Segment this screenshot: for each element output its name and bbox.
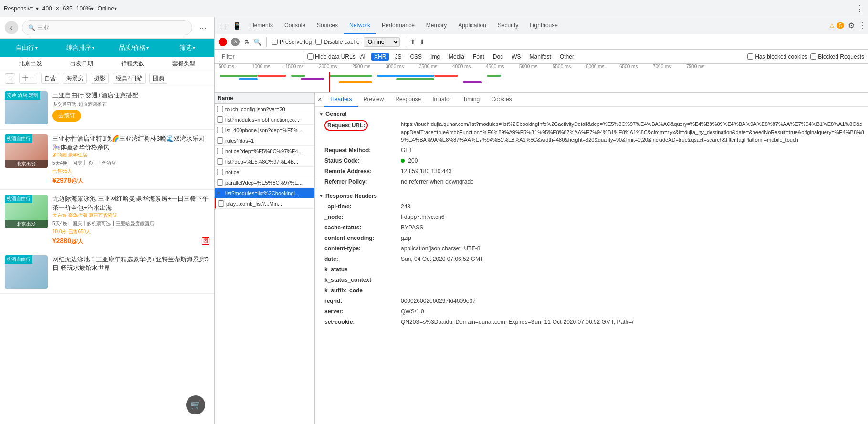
req-close-8[interactable]: × — [217, 190, 223, 196]
device-selector[interactable]: Responsive ▾ — [4, 5, 39, 12]
search-icon[interactable]: 🔍 — [253, 38, 261, 46]
devtools-more-icon[interactable]: ⋮ — [858, 21, 866, 30]
type-btn-ws[interactable]: WS — [509, 53, 523, 61]
has-blocked-cookies-checkbox[interactable]: Has blocked cookies — [747, 53, 807, 60]
export-icon[interactable]: ⬇ — [419, 38, 425, 46]
clear-button[interactable]: ⊘ — [231, 38, 240, 46]
tag-ziy[interactable]: 自营 — [41, 73, 59, 84]
tag-jingdian[interactable]: 经典2日游 — [113, 73, 146, 84]
network-throttle-select[interactable]: Online Fast 3G Slow 3G Offline — [364, 37, 400, 47]
req-row-7[interactable]: parallel?dep=%E5%8C%97%E... — [215, 177, 314, 188]
type-btn-font[interactable]: Font — [470, 53, 487, 61]
type-btn-css[interactable]: CSS — [407, 53, 425, 61]
req-checkbox-6[interactable] — [217, 169, 223, 175]
req-row-4[interactable]: notice?dep=%E5%8C%97%E4... — [215, 146, 314, 156]
req-row-3[interactable]: rules?das=1 — [215, 135, 314, 146]
tab-memory[interactable]: Memory — [420, 17, 452, 34]
req-row-5[interactable]: list?dep=%E5%8C%97%E4B... — [215, 156, 314, 167]
detail-tab-initiator[interactable]: Initiator — [427, 93, 457, 107]
more-menu-button[interactable]: ··· — [196, 21, 209, 34]
import-icon[interactable]: ⬆ — [410, 38, 416, 46]
blocked-requests-checkbox[interactable]: Blocked Requests — [810, 53, 864, 60]
tab-lighthouse[interactable]: Lighthouse — [524, 17, 564, 34]
detail-tab-cookies[interactable]: Cookies — [485, 93, 517, 107]
book-button-0[interactable]: 去预订 — [52, 110, 81, 122]
req-row-8[interactable]: × list?modules=list%2Cbookingl... — [215, 188, 314, 198]
req-row-0[interactable]: touch_config.json?ver=20 — [215, 104, 314, 114]
tab-performance[interactable]: Performance — [376, 17, 420, 34]
tab-security[interactable]: Security — [492, 17, 524, 34]
detail-tab-headers[interactable]: Headers — [324, 93, 357, 107]
detail-close-button[interactable]: × — [315, 95, 324, 103]
tab-elements[interactable]: Elements — [243, 17, 279, 34]
general-section-header[interactable]: ▼ General — [319, 109, 864, 119]
blocked-requests-input[interactable] — [810, 53, 816, 60]
hide-data-urls-input[interactable] — [307, 53, 314, 60]
search-bar[interactable]: 🔍 三亚 — [22, 20, 192, 35]
more-icon[interactable]: ⋮ — [856, 3, 864, 14]
nav-ziyouxing[interactable]: 自由行 ▾ — [0, 41, 53, 55]
type-btn-doc[interactable]: Doc — [490, 53, 506, 61]
preserve-log-input[interactable] — [272, 39, 278, 45]
req-checkbox-4[interactable] — [217, 148, 223, 154]
preserve-log-checkbox[interactable]: Preserve log — [272, 39, 312, 45]
req-checkbox-7[interactable] — [217, 179, 223, 186]
product-item-1[interactable]: 机酒自由行 北京出发 三亚标性酒店亚特1晚🌈三亚湾红树林3晚🌊双湾水乐园🎠体验奢… — [0, 130, 214, 190]
detail-tab-response[interactable]: Response — [389, 93, 427, 107]
record-button[interactable] — [219, 38, 227, 46]
network-display[interactable]: Online▾ — [97, 5, 117, 12]
tab-sources[interactable]: Sources — [311, 17, 344, 34]
product-item-3[interactable]: 机酒自由行 网红无边泳池！三亚康年精选豪华🏖+亚特兰蒂斯海景房5日 畅玩水族馆水… — [0, 250, 214, 294]
devtools-inspect-icon[interactable]: ⬚ — [217, 19, 230, 32]
zoom-display[interactable]: 100%▾ — [76, 5, 94, 12]
req-row-2[interactable]: lst_400phone.json?dep=%E5%... — [215, 125, 314, 135]
tag-sheying[interactable]: 摄影 — [91, 73, 109, 84]
detail-tab-preview[interactable]: Preview — [358, 93, 390, 107]
has-blocked-cookies-input[interactable] — [747, 53, 753, 60]
type-btn-media[interactable]: Media — [446, 53, 467, 61]
req-checkbox-9[interactable] — [218, 200, 224, 207]
nav-filter[interactable]: 筛选 ▾ — [161, 41, 214, 55]
devtools-device-icon[interactable]: 📱 — [230, 19, 243, 32]
tag-shiyiR[interactable]: 十一 — [19, 73, 37, 84]
type-btn-xhr[interactable]: XHR — [371, 53, 389, 61]
filter-input[interactable] — [219, 52, 304, 62]
filter-date[interactable]: 出发日期 — [56, 60, 107, 68]
filter-beijing[interactable]: 北京出发 — [5, 60, 56, 68]
tab-application[interactable]: Application — [452, 17, 492, 34]
detail-tab-timing[interactable]: Timing — [457, 93, 486, 107]
req-row-6[interactable]: notice — [215, 167, 314, 177]
type-btn-other[interactable]: Other — [557, 53, 577, 61]
disable-cache-checkbox[interactable]: Disable cache — [315, 39, 359, 45]
all-filter-btn[interactable]: All — [358, 53, 368, 61]
type-btn-img[interactable]: Img — [428, 53, 443, 61]
nav-paixu[interactable]: 综合排序 ▾ — [53, 41, 107, 55]
filter-icon[interactable]: ⚗ — [243, 38, 250, 46]
req-row-9[interactable]: play...comb_list?...Min... — [215, 198, 314, 209]
filter-package[interactable]: 套餐类型 — [158, 60, 209, 68]
tab-network[interactable]: Network — [344, 17, 376, 34]
product-item-0[interactable]: 交通·酒店 定制 三亚自由行 交通+酒店任意搭配 多交通可选 超值酒店推荐 去预… — [0, 86, 214, 130]
back-button[interactable]: ‹ — [5, 21, 18, 34]
hide-data-urls-checkbox[interactable]: Hide data URLs — [307, 53, 356, 60]
req-checkbox-1[interactable] — [217, 116, 223, 123]
tag-tuangou[interactable]: 团购 — [149, 73, 167, 84]
type-btn-js[interactable]: JS — [392, 53, 404, 61]
tag-haijing[interactable]: 海景房 — [63, 73, 87, 84]
filter-days[interactable]: 行程天数 — [107, 60, 158, 68]
req-checkbox-5[interactable] — [217, 158, 223, 165]
response-headers-section-header[interactable]: ▼ Response Headers — [319, 191, 864, 201]
req-checkbox-2[interactable] — [217, 127, 223, 133]
type-btn-manifest[interactable]: Manifest — [527, 53, 554, 61]
nav-arrow-3: ▾ — [193, 45, 195, 51]
nav-price[interactable]: 品质/价格 ▾ — [107, 41, 161, 55]
cart-button[interactable]: 🛒 — [186, 395, 205, 414]
tag-add-button[interactable]: + — [5, 73, 15, 84]
req-row-1[interactable]: list?modules=mobFunction,co... — [215, 114, 314, 125]
req-checkbox-0[interactable] — [217, 106, 223, 112]
disable-cache-input[interactable] — [315, 39, 322, 45]
settings-gear-icon[interactable]: ⚙ — [848, 21, 855, 30]
tab-console[interactable]: Console — [279, 17, 311, 34]
product-item-2[interactable]: 机酒自由行 北京出发 无边际海景泳池 三亚网红哈曼 豪华海景房+一日三餐下午茶一… — [0, 190, 214, 250]
req-checkbox-3[interactable] — [217, 137, 223, 144]
